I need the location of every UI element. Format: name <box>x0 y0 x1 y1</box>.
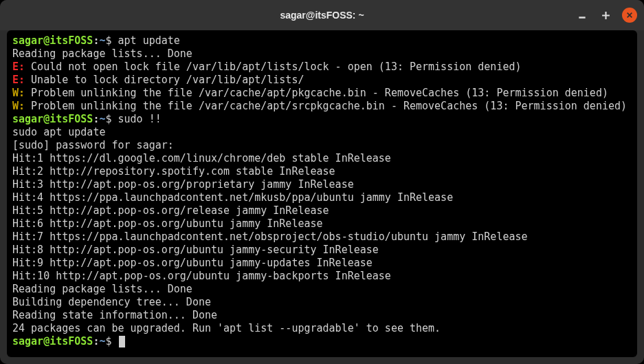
error-text: Could not open lock file /var/lib/apt/li… <box>25 61 521 73</box>
output-line: Reading package lists... Done <box>12 47 632 61</box>
close-icon <box>626 12 633 19</box>
output-line: Hit:8 http://apt.pop-os.org/ubuntu jammy… <box>12 244 632 257</box>
output-line: Reading package lists... Done <box>12 283 632 296</box>
warning-text: Problem unlinking the file /var/cache/ap… <box>25 100 627 112</box>
terminal-window: sagar@itsFOSS: ~ sagar@itsFOSS:~$ apt up… <box>0 0 644 364</box>
output-line: Hit:5 http://apt.pop-os.org/release jamm… <box>12 204 632 217</box>
window-title: sagar@itsFOSS: ~ <box>280 10 364 21</box>
prompt-user: sagar@itsFOSS <box>12 335 93 347</box>
output-line: 24 packages can be upgraded. Run 'apt li… <box>12 322 632 335</box>
output-line: Hit:9 http://apt.pop-os.org/ubuntu jammy… <box>12 257 632 270</box>
error-prefix: E: <box>12 74 25 86</box>
prompt-line: sagar@itsFOSS:~$ apt update <box>12 34 632 47</box>
close-button[interactable] <box>622 8 637 23</box>
output-line: sudo apt update <box>12 126 632 139</box>
error-prefix: E: <box>12 61 25 73</box>
output-line: Hit:7 https://ppa.launchpadcontent.net/o… <box>12 231 632 244</box>
plus-icon <box>601 11 610 20</box>
prompt-user: sagar@itsFOSS <box>12 113 93 125</box>
warning-prefix: W: <box>12 100 25 112</box>
command-text: sudo !! <box>118 113 162 125</box>
cursor <box>119 336 125 347</box>
prompt-user: sagar@itsFOSS <box>12 34 93 47</box>
warning-line: W: Problem unlinking the file /var/cache… <box>12 87 632 100</box>
error-line: E: Could not open lock file /var/lib/apt… <box>12 61 632 74</box>
output-line: Reading state information... Done <box>12 309 632 322</box>
command-text <box>112 113 118 125</box>
prompt-line: sagar@itsFOSS:~$ sudo !! <box>12 113 632 126</box>
prompt-line: sagar@itsFOSS:~$ <box>12 335 632 348</box>
command-text: apt update <box>118 34 180 47</box>
titlebar: sagar@itsFOSS: ~ <box>0 0 644 30</box>
command-text <box>112 34 118 47</box>
warning-prefix: W: <box>12 87 25 99</box>
terminal-area[interactable]: sagar@itsFOSS:~$ apt updateReading packa… <box>7 30 637 357</box>
error-text: Unable to lock directory /var/lib/apt/li… <box>25 74 304 86</box>
output-line: Hit:4 https://ppa.launchpadcontent.net/m… <box>12 191 632 204</box>
output-line: Hit:1 https://dl.google.com/linux/chrome… <box>12 152 632 165</box>
minimize-button[interactable] <box>575 8 589 22</box>
warning-line: W: Problem unlinking the file /var/cache… <box>12 100 632 113</box>
cursor-space <box>112 335 118 347</box>
error-line: E: Unable to lock directory /var/lib/apt… <box>12 74 632 87</box>
warning-text: Problem unlinking the file /var/cache/ap… <box>25 87 608 99</box>
output-line: [sudo] password for sagar: <box>12 139 632 152</box>
output-line: Hit:2 http://repository.spotify.com stab… <box>12 165 632 178</box>
prompt-symbol: $ <box>105 335 111 347</box>
output-line: Hit:10 http://apt.pop-os.org/ubuntu jamm… <box>12 270 632 283</box>
output-line: Building dependency tree... Done <box>12 296 632 309</box>
minimize-icon <box>577 10 587 20</box>
prompt-symbol: $ <box>105 113 111 125</box>
maximize-button[interactable] <box>599 8 612 22</box>
prompt-symbol: $ <box>105 34 111 47</box>
output-line: Hit:6 http://apt.pop-os.org/ubuntu jammy… <box>12 217 632 231</box>
window-controls <box>575 8 637 23</box>
output-line: Hit:3 http://apt.pop-os.org/proprietary … <box>12 178 632 191</box>
